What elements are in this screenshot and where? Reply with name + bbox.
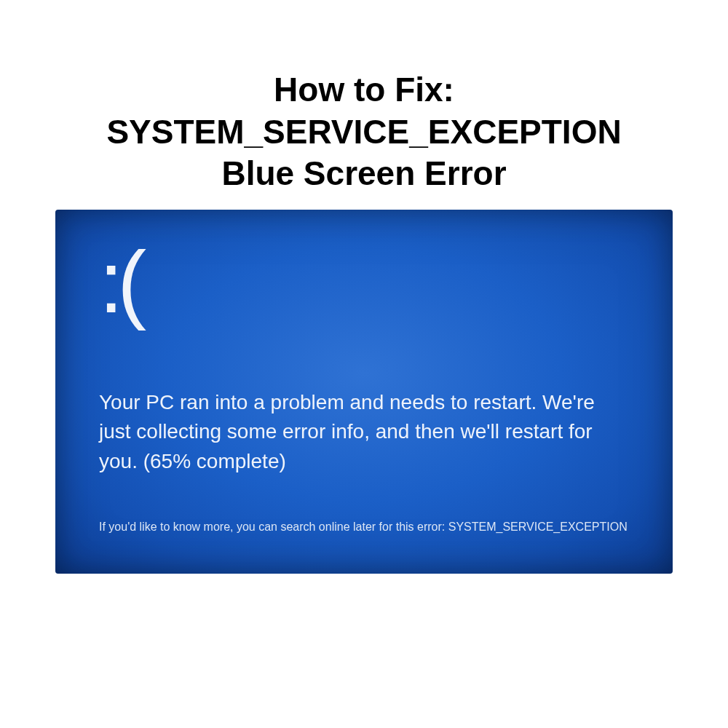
sad-face-icon: :( (99, 232, 141, 332)
title-line-3: Blue Screen Error (106, 153, 621, 195)
title-line-2: SYSTEM_SERVICE_EXCEPTION (106, 111, 621, 154)
bsod-screen: :( Your PC ran into a problem and needs … (55, 210, 673, 574)
bsod-footer: If you'd like to know more, you can sear… (99, 521, 651, 534)
title-line-1: How to Fix: (106, 69, 621, 111)
article-title: How to Fix: SYSTEM_SERVICE_EXCEPTION Blu… (106, 69, 621, 195)
bsod-message: Your PC ran into a problem and needs to … (99, 388, 629, 477)
